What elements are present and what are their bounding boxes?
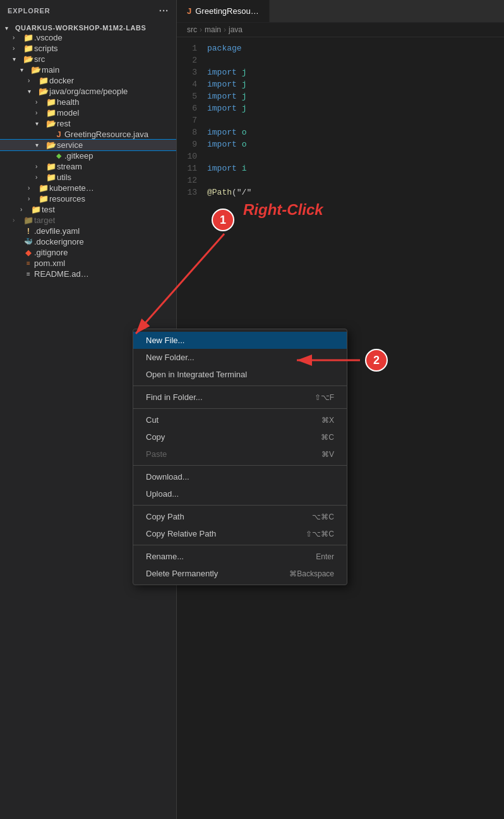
menu-item-new-file[interactable]: New File... <box>133 332 347 349</box>
chevron-down-icon: ▾ <box>20 66 30 73</box>
new-folder-label: New Folder... <box>146 353 195 362</box>
sidebar-item-vscode[interactable]: › 📁 .vscode <box>0 32 176 43</box>
sidebar-item-gitignore[interactable]: ◆ .gitignore <box>0 247 176 258</box>
menu-separator-4 <box>133 505 347 506</box>
chevron-right-icon: › <box>20 206 30 213</box>
sidebar-item-health[interactable]: › 📁 health <box>0 97 176 107</box>
menu-item-delete[interactable]: Delete Permanently ⌘Backspace <box>133 565 347 582</box>
docker-label: docker <box>49 76 74 85</box>
folder-icon: 📁 <box>23 44 34 53</box>
sidebar-header: EXPLORER ··· <box>0 0 176 21</box>
menu-item-paste[interactable]: Paste ⌘V <box>133 446 347 463</box>
gitkeep-label: .gitkeep <box>64 151 93 161</box>
sidebar-item-gitkeep[interactable]: ◆ .gitkeep <box>0 150 176 161</box>
folder-icon: 📁 <box>38 76 49 85</box>
greeting-label: GreetingResource.java <box>64 130 148 139</box>
code-line-11: import i <box>207 162 504 174</box>
find-folder-label: Find in Folder... <box>146 392 203 402</box>
devfile-label: .devfile.yaml <box>34 226 80 236</box>
sidebar-item-utils[interactable]: › 📁 utils <box>0 172 176 183</box>
sidebar-item-test[interactable]: › 📁 test <box>0 204 176 215</box>
breadcrumb-sep1: › <box>200 25 202 34</box>
tab-java-icon: J <box>187 6 191 16</box>
sidebar-item-pomxml[interactable]: ≡ pom.xml <box>0 258 176 269</box>
sidebar-item-kubernetes[interactable]: › 📁 kubernete… <box>0 183 176 193</box>
sidebar-item-docker[interactable]: › 📁 docker <box>0 75 176 86</box>
copy-path-label: Copy Path <box>146 512 184 521</box>
menu-item-copy[interactable]: Copy ⌘C <box>133 428 347 446</box>
code-content: package import j import j import j impor… <box>207 42 504 198</box>
code-line-8: import o <box>207 126 504 138</box>
code-line-7 <box>207 114 504 126</box>
code-line-3: import j <box>207 66 504 78</box>
root-folder[interactable]: ▾ QUARKUS-WORKSHOP-M1M2-LABS <box>0 23 176 32</box>
sidebar-item-devfile[interactable]: ! .devfile.yaml <box>0 226 176 236</box>
sidebar-item-greeting[interactable]: J GreetingResource.java <box>0 129 176 140</box>
sidebar-item-main[interactable]: ▾ 📂 main <box>0 64 176 75</box>
sidebar-item-target[interactable]: › 📁 target <box>0 215 176 226</box>
menu-separator-5 <box>133 545 347 545</box>
breadcrumb-main: main <box>205 25 221 34</box>
chevron-right-icon: › <box>13 45 23 52</box>
breadcrumb: src › main › java <box>177 23 504 37</box>
folder-icon: 📁 <box>38 183 49 193</box>
folder-icon: 📁 <box>30 205 42 214</box>
delete-label: Delete Permanently <box>146 569 218 578</box>
sidebar-item-src[interactable]: ▾ 📂 src <box>0 54 176 64</box>
chevron-right-icon: › <box>35 163 45 170</box>
menu-item-cut[interactable]: Cut ⌘X <box>133 411 347 428</box>
xml-icon: ≡ <box>23 260 34 267</box>
docker-icon: 🐳 <box>23 238 34 246</box>
menu-separator-2 <box>133 408 347 409</box>
exclaim-icon: ! <box>23 226 34 236</box>
code-area: 1 2 3 4 5 6 7 8 9 10 11 12 13 package im… <box>177 37 504 203</box>
menu-item-find-folder[interactable]: Find in Folder... ⇧⌥F <box>133 389 347 406</box>
breadcrumb-java: java <box>229 25 243 34</box>
sidebar-item-model[interactable]: › 📁 model <box>0 107 176 118</box>
src-label: src <box>34 54 45 64</box>
code-line-2 <box>207 54 504 66</box>
breadcrumb-src: src <box>187 25 197 34</box>
utils-label: utils <box>57 173 71 182</box>
menu-item-upload[interactable]: Upload... <box>133 485 347 502</box>
folder-icon: 📁 <box>38 194 49 203</box>
upload-label: Upload... <box>146 489 179 499</box>
paste-shortcut: ⌘V <box>321 450 334 459</box>
delete-shortcut: ⌘Backspace <box>289 569 334 578</box>
menu-separator-1 <box>133 385 347 386</box>
gitignore-icon: ◆ <box>23 248 34 257</box>
code-line-4: import j <box>207 78 504 90</box>
tab-greeting[interactable]: J GreetingResou… <box>177 0 270 22</box>
folder-icon: 📁 <box>45 162 57 171</box>
code-line-1: package <box>207 42 504 54</box>
menu-item-copy-path[interactable]: Copy Path ⌥⌘C <box>133 508 347 525</box>
folder-icon: 📁 <box>23 33 34 42</box>
sidebar-item-stream[interactable]: › 📁 stream <box>0 161 176 172</box>
folder-open-icon: 📂 <box>23 54 34 64</box>
menu-item-copy-rel-path[interactable]: Copy Relative Path ⇧⌥⌘C <box>133 525 347 542</box>
sidebar-item-rest[interactable]: ▾ 📂 rest <box>0 118 176 129</box>
menu-item-rename[interactable]: Rename... Enter <box>133 548 347 565</box>
menu-item-open-terminal[interactable]: Open in Integrated Terminal <box>133 366 347 383</box>
sidebar-item-resources[interactable]: › 📁 resources <box>0 193 176 204</box>
explorer-title: EXPLORER <box>8 7 51 15</box>
editor-tabs: J GreetingResou… <box>177 0 504 23</box>
rename-label: Rename... <box>146 552 184 561</box>
sidebar-item-scripts[interactable]: › 📁 scripts <box>0 43 176 54</box>
code-line-9: import o <box>207 138 504 150</box>
service-label: service <box>57 140 83 150</box>
chevron-right-icon: › <box>28 77 38 84</box>
menu-item-download[interactable]: Download... <box>133 468 347 485</box>
chevron-down-icon: ▾ <box>35 120 45 127</box>
sidebar-item-service[interactable]: ▾ 📂 service <box>0 140 176 150</box>
copy-path-shortcut: ⌥⌘C <box>312 513 334 521</box>
more-icon[interactable]: ··· <box>159 5 169 16</box>
dockerignore-label: .dockerignore <box>34 237 84 246</box>
sidebar-item-readme[interactable]: ≡ README.ad… <box>0 269 176 279</box>
resources-label: resources <box>49 194 85 203</box>
sidebar-item-java[interactable]: ▾ 📂 java/org/acme/people <box>0 86 176 97</box>
sidebar-item-dockerignore[interactable]: 🐳 .dockerignore <box>0 236 176 247</box>
menu-item-new-folder[interactable]: New Folder... <box>133 349 347 366</box>
find-folder-shortcut: ⇧⌥F <box>315 393 334 402</box>
folder-open-icon: 📂 <box>45 119 57 128</box>
